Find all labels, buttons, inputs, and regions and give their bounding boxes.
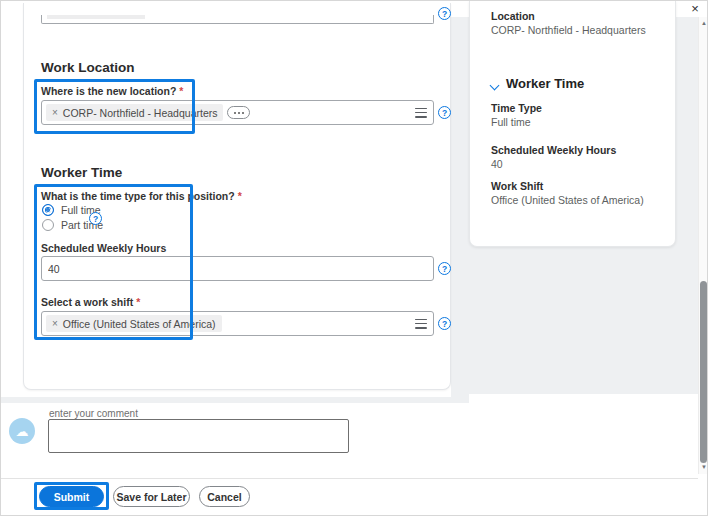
work-shift-selected-tag: × Office (United States of America): [46, 315, 222, 332]
location-question-label: Where is the new location?*: [41, 85, 183, 97]
summary-field-value: Office (United States of America): [491, 194, 644, 206]
help-icon-scheduled-hours[interactable]: ?: [438, 262, 451, 275]
chevron-down-icon[interactable]: [491, 81, 499, 89]
required-asterisk: *: [179, 85, 183, 97]
summary-location-value: CORP- Northfield - Headquarters: [491, 24, 646, 36]
scroll-up-icon[interactable]: ▲: [699, 20, 708, 26]
summary-field-value: Full time: [491, 116, 531, 128]
submit-button[interactable]: Submit: [39, 486, 104, 507]
prompt-list-icon[interactable]: [415, 108, 427, 118]
required-asterisk: *: [238, 190, 242, 202]
summary-location-label: Location: [491, 10, 535, 22]
location-selected-tag: × CORP- Northfield - Headquarters: [46, 104, 223, 121]
location-tag-label: CORP- Northfield - Headquarters: [63, 107, 218, 119]
work-shift-field[interactable]: × Office (United States of America): [41, 311, 434, 336]
truncated-field[interactable]: [41, 15, 434, 24]
summary-worker-time-heading[interactable]: Worker Time: [506, 76, 584, 91]
worker-time-heading: Worker Time: [41, 165, 122, 180]
time-type-question-label: What is the time type for this position?…: [41, 190, 242, 202]
work-shift-label: Select a work shift*: [41, 296, 140, 308]
summary-field-label: Work Shift: [491, 180, 543, 192]
prompt-list-icon[interactable]: [415, 319, 427, 329]
summary-field-value: 40: [491, 158, 503, 170]
required-asterisk: *: [136, 296, 140, 308]
radio-unselected-icon[interactable]: [42, 219, 54, 231]
time-type-question-text: What is the time type for this position?: [41, 190, 235, 202]
close-icon[interactable]: ×: [686, 1, 704, 16]
comment-label: enter your comment: [49, 408, 138, 419]
work-location-heading: Work Location: [41, 60, 135, 75]
summary-field-label: Time Type: [491, 102, 542, 114]
scroll-down-icon[interactable]: ▼: [699, 464, 708, 470]
location-field[interactable]: × CORP- Northfield - Headquarters: [41, 100, 434, 125]
work-shift-tag-label: Office (United States of America): [63, 318, 216, 330]
avatar: ☁: [9, 418, 35, 444]
footer-divider: [1, 478, 698, 479]
save-for-later-button[interactable]: Save for Later: [113, 486, 190, 507]
help-icon-location[interactable]: ?: [438, 106, 451, 119]
truncated-tag: [47, 15, 145, 19]
remove-tag-icon[interactable]: ×: [52, 319, 58, 329]
location-question-text: Where is the new location?: [41, 85, 176, 97]
scheduled-hours-input[interactable]: [41, 256, 434, 281]
cloud-icon: ☁: [16, 424, 29, 439]
summary-field-label: Scheduled Weekly Hours: [491, 144, 616, 156]
cancel-button[interactable]: Cancel: [199, 486, 250, 507]
comment-input[interactable]: [48, 419, 349, 453]
related-actions-icon[interactable]: [227, 106, 250, 119]
work-shift-label-text: Select a work shift: [41, 296, 133, 308]
radio-selected-icon[interactable]: [42, 204, 54, 216]
scrollbar-thumb[interactable]: [700, 281, 707, 463]
help-icon-truncated-field[interactable]: ?: [438, 7, 451, 20]
task-modal: × ? Work Location Where is the new locat…: [0, 0, 708, 516]
help-icon-time-type[interactable]: ?: [89, 212, 102, 225]
help-icon-work-shift[interactable]: ?: [438, 317, 451, 330]
scheduled-hours-label: Scheduled Weekly Hours: [41, 242, 166, 254]
remove-tag-icon[interactable]: ×: [52, 108, 58, 118]
